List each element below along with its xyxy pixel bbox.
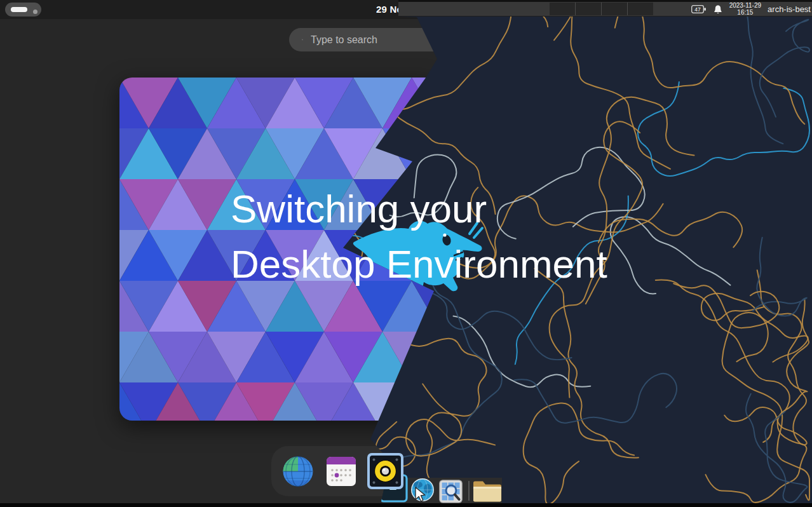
taskbar-window-slot[interactable] <box>628 3 653 15</box>
speaker-icon <box>367 453 403 489</box>
launcher-web-browser[interactable] <box>410 478 435 506</box>
dock-item-calendar[interactable] <box>327 457 357 487</box>
desktop-split-screenshot: 29 Nov <box>0 0 812 507</box>
web-browser-icon <box>283 456 313 487</box>
search-input[interactable] <box>309 34 443 46</box>
dock-item-media-player[interactable] <box>367 453 403 489</box>
panel-indicators: 47 2023-11-29 16:15 arch-is-best <box>691 2 812 17</box>
screen-bottom-bezel <box>0 503 812 507</box>
dock-item-web-browser[interactable] <box>283 456 313 487</box>
workspace-dot <box>33 10 37 14</box>
launcher-file-manager[interactable] <box>473 478 502 505</box>
hostname-label: arch-is-best <box>768 4 811 14</box>
taskbar-window-list <box>550 3 653 15</box>
search-icon <box>302 34 303 46</box>
folder-icon <box>473 478 502 503</box>
workspace-active-pill <box>11 7 27 12</box>
app-finder-icon <box>439 480 463 503</box>
xfce-top-panel: 47 2023-11-29 16:15 arch-is-best <box>356 2 812 17</box>
globe-cursor-icon <box>410 478 435 504</box>
launcher-application-finder[interactable] <box>439 480 463 506</box>
workspace-indicator-pill[interactable] <box>5 3 41 17</box>
battery-icon[interactable]: 47 <box>691 4 707 14</box>
panel-time: 16:15 <box>729 10 761 17</box>
panel-clock[interactable]: 2023-11-29 16:15 <box>729 3 761 16</box>
notification-bell-icon[interactable] <box>713 4 723 15</box>
taskbar-window-slot[interactable] <box>602 3 627 15</box>
panel-date: 2023-11-29 <box>729 3 761 10</box>
panel-separator <box>468 481 470 501</box>
battery-percent: 47 <box>694 6 701 13</box>
taskbar-window-slot[interactable] <box>576 3 601 15</box>
taskbar-window-slot[interactable] <box>550 3 575 15</box>
calendar-icon <box>327 457 356 486</box>
